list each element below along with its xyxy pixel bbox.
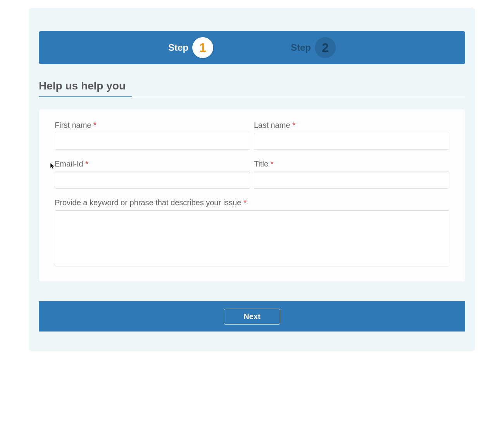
step-1-circle: 1 [192, 37, 213, 58]
first-name-label: First name * [55, 121, 250, 130]
step-1-number: 1 [199, 41, 206, 55]
first-name-label-text: First name [55, 121, 91, 129]
footer-bar: Next [39, 301, 465, 332]
step-2-label: Step [291, 42, 311, 53]
email-label: Email-Id * [55, 160, 250, 168]
required-marker: * [271, 160, 274, 168]
step-1[interactable]: Step 1 [168, 37, 213, 58]
form-row-1: First name * Last name * [55, 121, 449, 150]
section-underline [39, 97, 465, 97]
next-button[interactable]: Next [224, 309, 280, 325]
title-label: Title * [254, 160, 449, 168]
required-marker: * [85, 160, 88, 168]
required-marker: * [292, 121, 295, 129]
email-input[interactable] [55, 172, 250, 189]
step-2[interactable]: Step 2 [291, 37, 336, 58]
step-1-label: Step [168, 42, 188, 53]
last-name-group: Last name * [254, 121, 449, 150]
step-2-number: 2 [322, 41, 329, 55]
description-group: Provide a keyword or phrase that describ… [55, 198, 449, 268]
title-input[interactable] [254, 172, 449, 189]
description-textarea[interactable] [55, 210, 449, 266]
title-group: Title * [254, 160, 449, 189]
description-label: Provide a keyword or phrase that describ… [55, 198, 449, 207]
email-group: Email-Id * [55, 160, 250, 189]
step-2-circle: 2 [315, 37, 336, 58]
required-marker: * [243, 198, 247, 207]
email-label-text: Email-Id [55, 160, 83, 168]
form-row-2: Email-Id * Title * [55, 160, 449, 189]
stepper-bar: Step 1 Step 2 [39, 31, 465, 64]
first-name-input[interactable] [55, 133, 250, 150]
required-marker: * [93, 121, 97, 129]
title-label-text: Title [254, 160, 268, 168]
last-name-input[interactable] [254, 133, 449, 150]
form-card: First name * Last name * Email-Id * [39, 109, 465, 282]
first-name-group: First name * [55, 121, 250, 150]
form-container: Step 1 Step 2 Help us help you First nam… [29, 8, 475, 351]
section-title: Help us help you [39, 80, 465, 97]
last-name-label-text: Last name [254, 121, 290, 129]
last-name-label: Last name * [254, 121, 449, 130]
description-label-text: Provide a keyword or phrase that describ… [55, 198, 241, 207]
